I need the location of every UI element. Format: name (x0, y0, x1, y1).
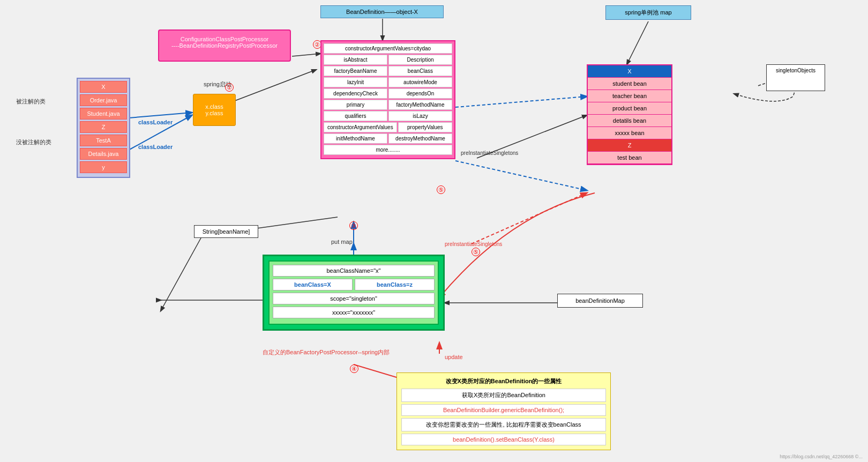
change-box-line3: 改变你想需要改变的一些属性, 比如程序需要改变beanClass (401, 418, 606, 431)
singleton-detatils: detatils bean (588, 115, 671, 127)
svg-line-2 (225, 70, 316, 105)
class-Student: Student.java (80, 108, 127, 120)
bean-definition-table: constructorArgumentValues=citydao isAbst… (320, 40, 455, 159)
bd-more: more........ (324, 145, 452, 155)
bd-autowireMode: autowireMode (388, 77, 452, 87)
circle-4: ④ (350, 364, 358, 373)
xclass-yclass-box: x.class y.class (193, 94, 236, 126)
annotated-classes-box: X Order.java Student.java Z TestA Detail… (77, 78, 130, 178)
svg-line-18 (472, 193, 587, 244)
circle-5a: ⑤ (437, 185, 445, 194)
singleton-objects-box: singletonObjects (766, 64, 825, 91)
bd-destroyMethodName: destroyMethodName (388, 133, 452, 144)
bd-primary: primary (324, 100, 387, 110)
bd-qualifiers: qualifiers (324, 111, 387, 121)
bd-factoryMethodName: factoryMethodName (388, 100, 452, 110)
inner-beandef-content: beanClassName="x" beanClass=X beanClass=… (268, 260, 439, 325)
bd-constructorArgValues: constructorArgumentValues (324, 122, 397, 132)
class-TestA: TestA (80, 135, 127, 146)
svg-line-7 (455, 96, 587, 107)
bd-initMethodName: initMethodName (324, 133, 387, 144)
class-Z: Z (80, 121, 127, 133)
class-Details: Details.java (80, 148, 127, 160)
bean-definition-header: BeanDefinition——object-X (320, 5, 444, 18)
svg-line-0 (129, 113, 192, 118)
singleton-xxxxx: xxxxx bean (588, 127, 671, 139)
change-box-title: 改变X类所对应的BeanDefinition的一些属性 (401, 377, 606, 385)
change-box: 改变X类所对应的BeanDefinition的一些属性 获取X类所对应的Bean… (396, 372, 611, 450)
bd-Description: Description (388, 55, 452, 65)
bd-beanClass: beanClass (388, 66, 452, 76)
update-label: update (445, 354, 463, 360)
beandef-scope-row: scope="singleton" (273, 293, 435, 304)
svg-line-8 (455, 161, 587, 190)
singleton-teacher: teacher bean (588, 90, 671, 102)
beandef-classname-row: beanClassName="x" (273, 265, 435, 277)
bd-factoryBeanName: factoryBeanName (324, 66, 387, 76)
bd-propertyValues: propertyValues (398, 122, 452, 132)
class-Order: Order.java (80, 94, 127, 106)
class-X: X (80, 81, 127, 93)
singleton-student: student bean (588, 78, 671, 90)
custom-processor-label: 自定义的BeanFactoryPostProcessor--spring内部 (263, 348, 390, 356)
change-box-line1: 获取X类所对应的BeanDefinition (401, 389, 606, 402)
circle-5b: ⑤ (472, 248, 480, 256)
string-beanname-box: String[beanName] (194, 225, 258, 238)
circle-1: ① (225, 83, 234, 92)
beanclass-Z: beanClass=z (355, 279, 435, 290)
svg-line-9 (627, 21, 648, 64)
bd-dependsOn: dependsOn (388, 88, 452, 99)
inner-beandef-outer: beanClassName="x" beanClass=X beanClass=… (263, 255, 445, 331)
singleton-Z: Z (588, 139, 671, 152)
classloader-label-1: classLoader (138, 119, 173, 125)
beandef-xxxxx-row: xxxxx="xxxxxxx" (273, 307, 435, 318)
bd-isLazy: isLazy (388, 111, 452, 121)
circle-3: ③ (349, 221, 358, 230)
bd-lazyInit: lazyInit (324, 77, 387, 87)
diagram-container: BeanDefinition——object-X spring单例池 map s… (0, 0, 868, 462)
spring-singleton-map-label: spring单例池 map (605, 5, 691, 20)
bd-dependencyCheck: dependencyCheck (324, 88, 387, 99)
change-box-line4: beanDefinition().setBeanClass(Y.class) (401, 434, 606, 445)
not-annotated-label: 没被注解的类 (16, 138, 51, 146)
singleton-test: test bean (588, 152, 671, 164)
pre-instantiate-label-1: preInstantiateSingletons (461, 150, 518, 156)
singleton-map-box: X student bean teacher bean product bean… (587, 64, 672, 165)
singleton-X: X (588, 65, 671, 78)
annotated-label: 被注解的类 (16, 98, 46, 106)
svg-line-6 (161, 233, 204, 311)
pre-instantiate-label-2: preInstantiateSingletons (445, 241, 502, 247)
bd-top-row: constructorArgumentValues=citydao (324, 43, 452, 54)
watermark: https://blog.csdn.net/qq_42260668 ©... (780, 454, 863, 459)
class-y: y (80, 161, 127, 173)
svg-line-3 (292, 54, 320, 56)
config-post-processor-box: ConfigurationClassPostProcessor ----Bean… (158, 29, 291, 62)
change-box-line2: BeanDefinitionBuilder.genericBeanDefinit… (401, 404, 606, 416)
bd-isAbstract: isAbstract (324, 55, 387, 65)
singleton-product: product bean (588, 102, 671, 115)
put-map-label: put map (331, 239, 353, 245)
beanclass-X: beanClass=X (273, 279, 353, 290)
bean-definition-map-box: beanDefinitionMap (557, 294, 643, 308)
classloader-label-2: classLoader (138, 144, 173, 150)
